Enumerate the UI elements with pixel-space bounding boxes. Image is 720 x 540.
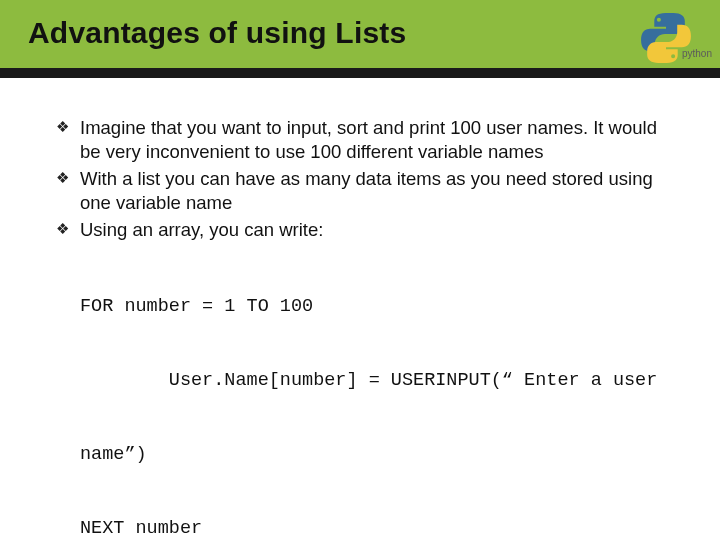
python-logo-text: python	[682, 48, 712, 59]
code-block: FOR number = 1 TO 100 User.Name[number] …	[80, 246, 674, 540]
code-line: NEXT number	[80, 517, 674, 540]
bullet-item: Using an array, you can write:	[56, 218, 674, 242]
bullet-item: Imagine that you want to input, sort and…	[56, 116, 674, 165]
code-line: name”)	[80, 443, 674, 468]
code-line: User.Name[number] = USERINPUT(“ Enter a …	[80, 369, 674, 394]
bullet-list: Imagine that you want to input, sort and…	[56, 116, 674, 242]
slide-content: Imagine that you want to input, sort and…	[0, 78, 720, 540]
bullet-item: With a list you can have as many data it…	[56, 167, 674, 216]
code-line: FOR number = 1 TO 100	[80, 295, 674, 320]
slide-title: Advantages of using Lists	[28, 16, 720, 50]
slide-header: Advantages of using Lists python	[0, 0, 720, 78]
